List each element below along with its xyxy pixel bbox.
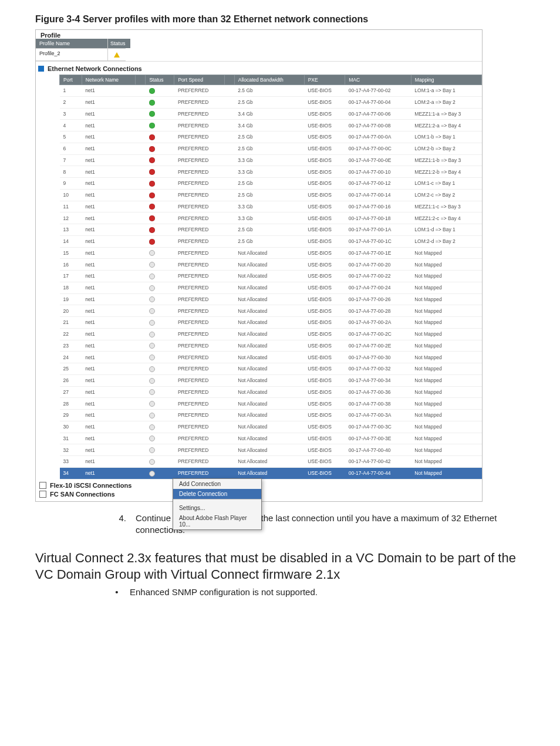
- table-row[interactable]: 25net1PREFERREDNot AllocatedUSE-BIOS00-1…: [60, 363, 482, 375]
- cell: 00-17-A4-77-00-1A: [345, 224, 411, 236]
- cell: 00-17-A4-77-00-2E: [345, 340, 411, 352]
- cell: USE-BIOS: [304, 166, 345, 178]
- cell: [136, 131, 146, 143]
- cell: [136, 386, 146, 398]
- cell: USE-BIOS: [304, 131, 345, 143]
- cell: [146, 189, 174, 201]
- column-header[interactable]: Mapping: [411, 75, 481, 85]
- table-row[interactable]: 19net1PREFERREDNot AllocatedUSE-BIOS00-1…: [60, 293, 482, 305]
- table-row[interactable]: 12net1PREFERRED3.3 GbUSE-BIOS00-17-A4-77…: [60, 212, 482, 224]
- cell: [224, 201, 234, 212]
- connections-table: PortNetwork NameStatusPort SpeedAllocate…: [59, 75, 482, 480]
- table-row[interactable]: 7net1PREFERRED3.3 GbUSE-BIOS00-17-A4-77-…: [60, 154, 482, 166]
- table-row[interactable]: 21net1PREFERREDNot AllocatedUSE-BIOS00-1…: [60, 317, 482, 329]
- cell: [136, 282, 146, 293]
- table-row[interactable]: 2net1PREFERRED2.5 GbUSE-BIOS00-17-A4-77-…: [60, 96, 482, 108]
- menu-add-connection[interactable]: Add Connection: [173, 479, 261, 489]
- table-row[interactable]: 10net1PREFERRED2.5 GbUSE-BIOS00-17-A4-77…: [60, 189, 482, 201]
- cell: net1: [82, 235, 135, 247]
- cell: 2.5 Gb: [234, 189, 304, 201]
- column-header[interactable]: Port Speed: [174, 75, 224, 85]
- section-iscsi-label: Flex-10 iSCSI Connections: [50, 482, 131, 489]
- status-icon: [149, 389, 155, 395]
- table-row[interactable]: 22net1PREFERREDNot AllocatedUSE-BIOS00-1…: [60, 328, 482, 340]
- table-row[interactable]: 29net1PREFERREDNot AllocatedUSE-BIOS00-1…: [60, 410, 482, 421]
- table-row[interactable]: 6net1PREFERRED2.5 GbUSE-BIOS00-17-A4-77-…: [60, 143, 482, 154]
- menu-about-flash[interactable]: About Adobe Flash Player 10...: [173, 513, 261, 529]
- table-row[interactable]: 5net1PREFERRED2.5 GbUSE-BIOS00-17-A4-77-…: [60, 131, 482, 143]
- cell: MEZZ1:1-c => Bay 3: [411, 201, 481, 212]
- cell: PREFERRED: [174, 386, 224, 398]
- table-row[interactable]: 28net1PREFERREDNot AllocatedUSE-BIOS00-1…: [60, 398, 482, 410]
- cell: [224, 317, 234, 329]
- cell: MEZZ1:1-a => Bay 3: [411, 108, 481, 120]
- section-ethernet-label: Ethernet Network Connections: [48, 65, 142, 72]
- table-row[interactable]: 13net1PREFERRED2.5 GbUSE-BIOS00-17-A4-77…: [60, 224, 482, 236]
- cell: [136, 305, 146, 317]
- cell: USE-BIOS: [304, 96, 345, 108]
- cell: 3.4 Gb: [234, 120, 304, 131]
- cell: 34: [60, 467, 82, 479]
- cell: Not Mapped: [411, 410, 481, 421]
- cell: PREFERRED: [174, 374, 224, 386]
- table-row[interactable]: 11net1PREFERRED3.3 GbUSE-BIOS00-17-A4-77…: [60, 201, 482, 212]
- cell: [136, 317, 146, 329]
- menu-delete-connection[interactable]: Delete Connection: [173, 489, 261, 499]
- table-row[interactable]: 18net1PREFERREDNot AllocatedUSE-BIOS00-1…: [60, 282, 482, 293]
- table-row[interactable]: 14net1PREFERRED2.5 GbUSE-BIOS00-17-A4-77…: [60, 235, 482, 247]
- table-row[interactable]: 34net1PREFERREDNot AllocatedUSE-BIOS00-1…: [60, 467, 482, 479]
- column-header[interactable]: [136, 75, 146, 85]
- cell: 10: [60, 189, 82, 201]
- column-header[interactable]: PXE: [304, 75, 345, 85]
- cell: [146, 143, 174, 154]
- cell: 00-17-A4-77-00-28: [345, 305, 411, 317]
- table-row[interactable]: 24net1PREFERREDNot AllocatedUSE-BIOS00-1…: [60, 352, 482, 363]
- table-row[interactable]: 8net1PREFERRED3.3 GbUSE-BIOS00-17-A4-77-…: [60, 166, 482, 178]
- table-row[interactable]: 23net1PREFERREDNot AllocatedUSE-BIOS00-1…: [60, 340, 482, 352]
- cell: USE-BIOS: [304, 212, 345, 224]
- table-row[interactable]: 26net1PREFERREDNot AllocatedUSE-BIOS00-1…: [60, 374, 482, 386]
- table-row[interactable]: 4net1PREFERRED3.4 GbUSE-BIOS00-17-A4-77-…: [60, 120, 482, 131]
- cell: 2.5 Gb: [234, 224, 304, 236]
- cell: [146, 398, 174, 410]
- cell: USE-BIOS: [304, 178, 345, 190]
- status-icon: [149, 239, 155, 245]
- table-row[interactable]: 32net1PREFERREDNot AllocatedUSE-BIOS00-1…: [60, 444, 482, 456]
- cell: USE-BIOS: [304, 340, 345, 352]
- table-row[interactable]: 31net1PREFERREDNot AllocatedUSE-BIOS00-1…: [60, 433, 482, 444]
- table-row[interactable]: 30net1PREFERREDNot AllocatedUSE-BIOS00-1…: [60, 421, 482, 433]
- cell: [136, 224, 146, 236]
- table-row[interactable]: 9net1PREFERRED2.5 GbUSE-BIOS00-17-A4-77-…: [60, 178, 482, 190]
- table-row[interactable]: 33net1PREFERREDNot AllocatedUSE-BIOS00-1…: [60, 456, 482, 468]
- section-ethernet[interactable]: Ethernet Network Connections: [36, 61, 482, 75]
- table-row[interactable]: 1net1PREFERRED2.5 GbUSE-BIOS00-17-A4-77-…: [60, 85, 482, 97]
- table-row[interactable]: 17net1PREFERREDNot AllocatedUSE-BIOS00-1…: [60, 271, 482, 282]
- table-row[interactable]: 3net1PREFERRED3.4 GbUSE-BIOS00-17-A4-77-…: [60, 108, 482, 120]
- table-row[interactable]: 20net1PREFERREDNot AllocatedUSE-BIOS00-1…: [60, 305, 482, 317]
- cell: net1: [82, 178, 135, 190]
- table-row[interactable]: 15net1PREFERREDNot AllocatedUSE-BIOS00-1…: [60, 247, 482, 259]
- column-header[interactable]: Port: [60, 75, 82, 85]
- cell: PREFERRED: [174, 456, 224, 468]
- column-header[interactable]: Allocated Bandwidth: [234, 75, 304, 85]
- column-header[interactable]: Status: [146, 75, 174, 85]
- cell: [146, 120, 174, 131]
- table-row[interactable]: 27net1PREFERREDNot AllocatedUSE-BIOS00-1…: [60, 386, 482, 398]
- column-header[interactable]: MAC: [345, 75, 411, 85]
- status-icon: [149, 471, 155, 477]
- column-header[interactable]: Network Name: [82, 75, 135, 85]
- column-header[interactable]: [224, 75, 234, 85]
- cell: USE-BIOS: [304, 421, 345, 433]
- cell: MEZZ1:2-a => Bay 4: [411, 120, 481, 131]
- menu-settings[interactable]: Settings...: [173, 503, 261, 513]
- table-row[interactable]: 16net1PREFERREDNot AllocatedUSE-BIOS00-1…: [60, 259, 482, 271]
- cell: [136, 178, 146, 190]
- cell: Not Allocated: [234, 374, 304, 386]
- cell: net1: [82, 421, 135, 433]
- cell: Not Mapped: [411, 456, 481, 468]
- cell: Not Mapped: [411, 374, 481, 386]
- cell: USE-BIOS: [304, 247, 345, 259]
- cell: 4: [60, 120, 82, 131]
- cell: Not Mapped: [411, 352, 481, 363]
- cell: LOM:1-d => Bay 1: [411, 224, 481, 236]
